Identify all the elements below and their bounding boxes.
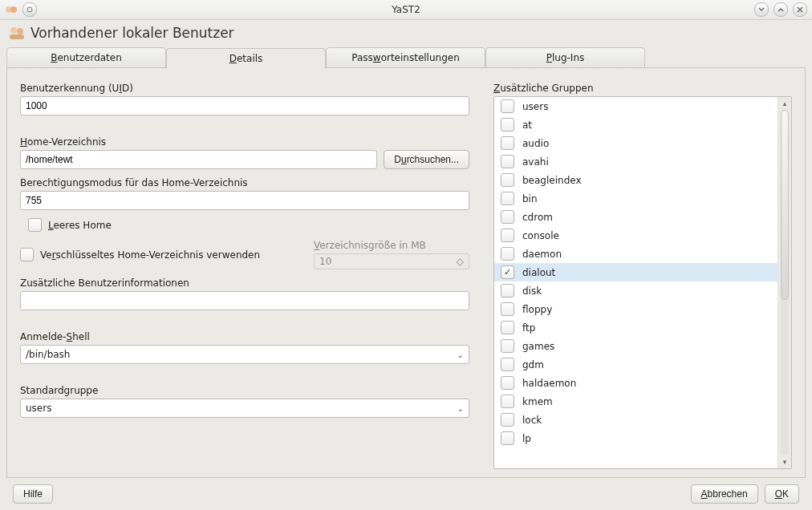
chevron-down-icon: ⌄ xyxy=(457,350,464,359)
group-item-cdrom[interactable]: cdrom xyxy=(494,208,777,226)
maximize-button[interactable] xyxy=(773,2,788,17)
group-checkbox[interactable] xyxy=(501,302,514,316)
group-checkbox[interactable] xyxy=(501,99,514,113)
encrypted-home-checkbox[interactable]: Verschlüsseltes Home-Verzeichnis verwend… xyxy=(20,248,260,261)
close-button[interactable] xyxy=(793,2,807,17)
group-label: audio xyxy=(522,138,549,149)
group-item-at[interactable]: at xyxy=(494,115,777,134)
group-checkbox[interactable] xyxy=(501,413,514,427)
scrollbar[interactable]: ▴ ▾ xyxy=(777,97,791,468)
group-item-disk[interactable]: disk xyxy=(494,281,777,300)
titlebar: YaST2 xyxy=(0,0,812,20)
group-item-haldaemon[interactable]: haldaemon xyxy=(494,374,777,392)
spin-icon: ◇ xyxy=(457,256,464,267)
group-label: beagleindex xyxy=(522,175,582,186)
tab-plugins[interactable]: Plug-Ins xyxy=(485,47,645,68)
group-label: disk xyxy=(522,285,542,297)
group-item-ftp[interactable]: ftp xyxy=(494,318,777,337)
group-label: ftp xyxy=(522,322,535,334)
page-header: Vorhandener lokaler Benutzer xyxy=(6,23,806,46)
scroll-thumb[interactable] xyxy=(781,110,789,300)
footer: Hilfe Abbrechen OK xyxy=(6,478,806,510)
group-checkbox[interactable] xyxy=(501,395,514,408)
group-checkbox[interactable] xyxy=(501,247,514,261)
group-checkbox[interactable] xyxy=(501,192,514,205)
home-input[interactable] xyxy=(20,150,377,169)
group-checkbox[interactable] xyxy=(501,155,514,168)
window-menu-button[interactable] xyxy=(22,2,37,17)
group-label: users xyxy=(522,101,548,112)
group-item-beagleindex[interactable]: beagleindex xyxy=(494,171,777,189)
perm-label: Berechtigungsmodus für das Home-Verzeich… xyxy=(20,177,469,188)
svg-rect-5 xyxy=(10,34,24,39)
group-label: daemon xyxy=(522,249,562,260)
shell-label: Anmelde-Shell xyxy=(20,331,469,342)
scroll-down-icon[interactable]: ▾ xyxy=(780,457,790,467)
svg-point-2 xyxy=(27,7,32,12)
group-checkbox[interactable] xyxy=(501,431,514,445)
addinfo-input[interactable] xyxy=(20,291,469,310)
group-checkbox[interactable] xyxy=(501,339,514,353)
form-left: Benutzerkennung (UID) Home-Verzeichnis D… xyxy=(20,83,469,469)
group-item-bin[interactable]: bin xyxy=(494,189,777,208)
cancel-button[interactable]: Abbrechen xyxy=(691,484,758,504)
group-checkbox[interactable] xyxy=(501,136,514,150)
perm-input[interactable] xyxy=(20,191,469,210)
group-label: console xyxy=(522,230,559,241)
tab-passworteinstellungen[interactable]: Passworteinstellungen xyxy=(326,47,485,68)
help-button[interactable]: Hilfe xyxy=(13,484,53,504)
svg-point-1 xyxy=(10,6,17,13)
group-item-audio[interactable]: audio xyxy=(494,134,777,152)
tab-benutzerdaten[interactable]: Benutzerdaten xyxy=(6,47,166,68)
group-label: dialout xyxy=(522,267,555,278)
svg-point-3 xyxy=(10,27,17,34)
group-item-dialout[interactable]: dialout xyxy=(494,263,777,281)
group-label: at xyxy=(522,119,532,131)
tab-details[interactable]: Details xyxy=(166,48,326,69)
group-checkbox[interactable] xyxy=(501,210,514,224)
group-checkbox[interactable] xyxy=(501,118,514,132)
group-label: haldaemon xyxy=(522,378,576,389)
group-checkbox[interactable] xyxy=(501,229,514,242)
group-checkbox[interactable] xyxy=(501,321,514,334)
minimize-button[interactable] xyxy=(754,2,769,17)
group-item-daemon[interactable]: daemon xyxy=(494,245,777,263)
group-label: kmem xyxy=(522,396,553,407)
defgroup-select[interactable]: users ⌄ xyxy=(20,399,469,418)
tab-bar: Benutzerdaten Details Passworteinstellun… xyxy=(6,47,806,68)
uid-label: Benutzerkennung (UID) xyxy=(20,83,469,94)
groups-list[interactable]: usersataudioavahibeagleindexbincdromcons… xyxy=(493,96,792,469)
dirsize-spin: 10 ◇ xyxy=(314,253,469,269)
group-item-floppy[interactable]: floppy xyxy=(494,300,777,318)
group-item-games[interactable]: games xyxy=(494,337,777,355)
tab-content: Benutzerkennung (UID) Home-Verzeichnis D… xyxy=(6,67,806,478)
form-right: Zusätzliche Gruppen usersataudioavahibea… xyxy=(493,83,792,469)
addgroups-label: Zusätzliche Gruppen xyxy=(493,83,792,94)
group-item-gdm[interactable]: gdm xyxy=(494,355,777,374)
group-checkbox[interactable] xyxy=(501,173,514,187)
group-checkbox[interactable] xyxy=(501,284,514,298)
group-item-lp[interactable]: lp xyxy=(494,429,777,447)
group-item-users[interactable]: users xyxy=(494,97,777,115)
group-label: games xyxy=(522,341,554,352)
empty-home-checkbox[interactable]: Leeres Home xyxy=(28,218,469,232)
group-checkbox[interactable] xyxy=(501,265,514,279)
scroll-up-icon[interactable]: ▴ xyxy=(780,99,790,108)
scroll-track[interactable] xyxy=(781,110,789,455)
defgroup-label: Standardgruppe xyxy=(20,385,469,396)
group-label: gdm xyxy=(522,359,544,370)
encrypted-home-label: Verschlüsseltes Home-Verzeichnis verwend… xyxy=(40,249,260,261)
dirsize-label: Verzeichnisgröße in MB xyxy=(314,240,426,251)
browse-button[interactable]: Durchsuchen... xyxy=(384,150,469,169)
group-item-kmem[interactable]: kmem xyxy=(494,392,777,411)
group-item-lock[interactable]: lock xyxy=(494,411,777,429)
group-item-console[interactable]: console xyxy=(494,226,777,245)
shell-select[interactable]: /bin/bash ⌄ xyxy=(20,345,469,364)
group-checkbox[interactable] xyxy=(501,376,514,390)
uid-input[interactable] xyxy=(20,96,469,115)
group-checkbox[interactable] xyxy=(501,358,514,371)
group-item-avahi[interactable]: avahi xyxy=(494,152,777,171)
ok-button[interactable]: OK xyxy=(765,484,799,504)
addinfo-label: Zusätzliche Benutzerinformationen xyxy=(20,277,469,289)
group-label: avahi xyxy=(522,156,549,168)
